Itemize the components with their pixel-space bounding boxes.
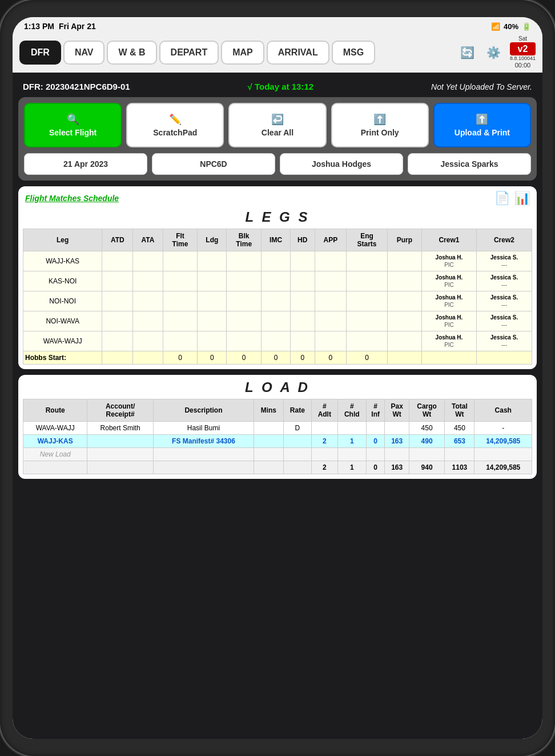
leg-1-atd[interactable] [102,251,133,271]
tab-msg[interactable]: MSG [332,41,375,65]
load-1-chld[interactable] [337,422,366,435]
leg-2-crew1[interactable]: Joshua H.PIC [422,271,477,291]
leg-2-app[interactable] [315,271,346,291]
leg-2-purp[interactable] [387,271,421,291]
flight-matches-link[interactable]: Flight Matches Schedule [25,194,119,203]
leg-2-hd[interactable] [290,271,315,291]
leg-row-3[interactable]: NOI-NOI Joshua H.PIC J [23,291,532,311]
leg-1-purp[interactable] [387,251,421,271]
load-1-mins[interactable] [254,422,283,435]
leg-3-eng[interactable] [347,291,388,311]
leg-3-blk[interactable] [227,291,262,311]
leg-4-flt[interactable] [163,311,198,331]
leg-4-purp[interactable] [387,311,421,331]
new-load-cash[interactable] [474,448,532,461]
hobbs-v6[interactable]: 0 [315,351,346,365]
load-row-1[interactable]: WAVA-WAJJ Robert Smith Hasil Bumi D 450 … [23,422,532,435]
leg-2-ldg[interactable] [198,271,227,291]
clear-all-button[interactable]: ↩️ Clear All [228,103,326,147]
leg-2-eng[interactable] [347,271,388,291]
hobbs-v1[interactable]: 0 [163,351,198,365]
new-load-rate[interactable] [283,448,311,461]
leg-4-app[interactable] [315,311,346,331]
leg-row-2[interactable]: KAS-NOI Joshua H.PIC J [23,271,532,291]
leg-1-flt[interactable] [163,251,198,271]
pilot-name[interactable]: Joshua Hodges [280,153,403,175]
new-load-mins[interactable] [254,448,283,461]
leg-row-1[interactable]: WAJJ-KAS Joshua H.PIC [23,251,532,271]
leg-3-flt[interactable] [163,291,198,311]
leg-4-eng[interactable] [347,311,388,331]
new-load-adlt[interactable] [312,448,337,461]
leg-2-ata[interactable] [133,271,163,291]
new-load-pax-wt[interactable] [385,448,409,461]
document-icon[interactable]: 📄 [494,191,510,206]
hobbs-v4[interactable]: 0 [262,351,291,365]
print-only-button[interactable]: ⬆️ Print Only [331,103,429,147]
leg-2-blk[interactable] [227,271,262,291]
refresh-icon[interactable]: 🔄 [457,42,478,63]
leg-4-imc[interactable] [262,311,291,331]
upload-print-button[interactable]: ⬆️ Upload & Print [433,103,531,147]
leg-5-imc[interactable] [262,331,291,351]
leg-1-blk[interactable] [227,251,262,271]
tab-wb[interactable]: W & B [107,41,156,65]
tab-depart[interactable]: DEPART [159,41,219,65]
leg-5-purp[interactable] [387,331,421,351]
leg-5-blk[interactable] [227,331,262,351]
hobbs-v5[interactable]: 0 [290,351,315,365]
leg-2-imc[interactable] [262,271,291,291]
load-row-new[interactable]: New Load [23,448,532,461]
leg-3-hd[interactable] [290,291,315,311]
leg-1-app[interactable] [315,251,346,271]
new-load-account[interactable] [87,448,153,461]
new-load-total-wt[interactable] [445,448,474,461]
tab-nav[interactable]: NAV [63,41,105,65]
new-load-chld[interactable] [337,448,366,461]
copilot-name[interactable]: Jessica Sparks [408,153,531,175]
leg-3-atd[interactable] [102,291,133,311]
leg-1-hd[interactable] [290,251,315,271]
tab-arrival[interactable]: ARRIVAL [267,41,329,65]
leg-1-ata[interactable] [133,251,163,271]
leg-3-app[interactable] [315,291,346,311]
leg-5-crew2[interactable]: Jessica S.--- [476,331,532,351]
load-1-inf[interactable] [366,422,384,435]
leg-5-atd[interactable] [102,331,133,351]
leg-1-ldg[interactable] [198,251,227,271]
load-2-rate[interactable] [283,435,311,448]
leg-1-crew1[interactable]: Joshua H.PIC [422,251,477,271]
hobbs-v2[interactable]: 0 [198,351,227,365]
leg-row-4[interactable]: NOI-WAVA Joshua H.PIC [23,311,532,331]
grid-icon[interactable]: 📊 [514,191,530,206]
leg-4-hd[interactable] [290,311,315,331]
leg-4-ldg[interactable] [198,311,227,331]
hobbs-v3[interactable]: 0 [227,351,262,365]
leg-2-flt[interactable] [163,271,198,291]
leg-5-ata[interactable] [133,331,163,351]
leg-3-ata[interactable] [133,291,163,311]
select-flight-button[interactable]: 🔍 Select Flight [24,103,122,147]
leg-4-ata[interactable] [133,311,163,331]
leg-5-ldg[interactable] [198,331,227,351]
leg-5-flt[interactable] [163,331,198,351]
leg-2-crew2[interactable]: Jessica S.--- [476,271,532,291]
leg-2-atd[interactable] [102,271,133,291]
tab-map[interactable]: MAP [221,41,264,65]
leg-3-purp[interactable] [387,291,421,311]
tab-dfr[interactable]: DFR [19,41,61,65]
new-load-inf[interactable] [366,448,384,461]
leg-3-imc[interactable] [262,291,291,311]
leg-5-hd[interactable] [290,331,315,351]
leg-1-imc[interactable] [262,251,291,271]
new-load-cargo-wt[interactable] [409,448,444,461]
load-row-2[interactable]: WAJJ-KAS FS Manifest# 34306 2 1 0 163 49… [23,435,532,448]
new-load-desc[interactable] [153,448,254,461]
leg-4-blk[interactable] [227,311,262,331]
load-1-adlt[interactable] [312,422,337,435]
leg-row-5[interactable]: WAVA-WAJJ Joshua H.PIC [23,331,532,351]
load-2-mins[interactable] [254,435,283,448]
leg-5-app[interactable] [315,331,346,351]
load-1-pax-wt[interactable] [385,422,409,435]
leg-1-eng[interactable] [347,251,388,271]
